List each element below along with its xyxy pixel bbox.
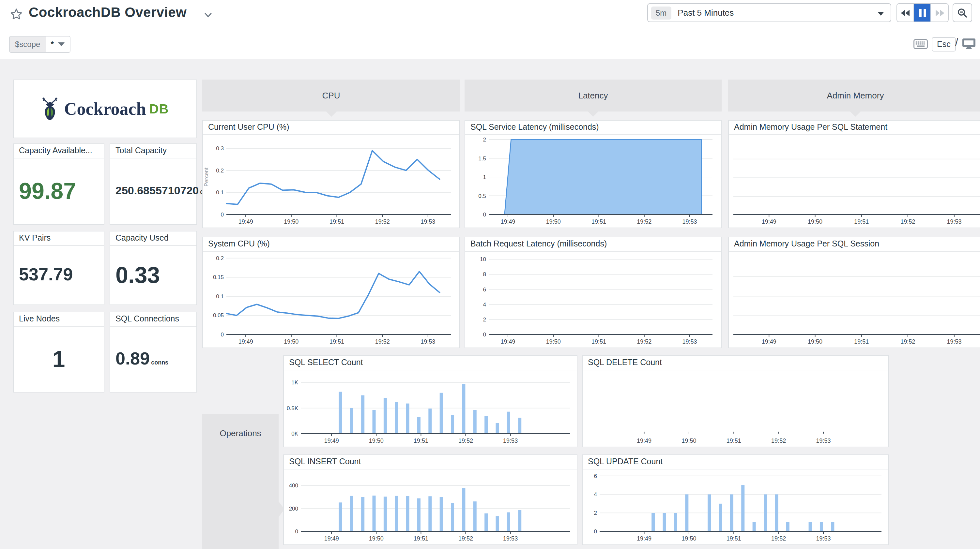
group-notch: [326, 111, 336, 117]
chart-card-admin-memory-session: Admin Memory Usage Per SQL Session 19:49…: [728, 237, 980, 348]
fast-forward-button[interactable]: [931, 4, 948, 22]
svg-text:19:52: 19:52: [458, 438, 473, 444]
svg-text:19:50: 19:50: [284, 219, 299, 225]
stat-title: SQL Connections: [110, 312, 196, 327]
chart-title: Admin Memory Usage Per SQL Statement: [729, 121, 980, 135]
scope-caret-icon: [58, 42, 65, 46]
template-variable-bar: $scope * Esc /: [0, 31, 980, 59]
stat-value: 537.79: [14, 265, 73, 285]
stat-unit: conns: [151, 359, 168, 366]
svg-text:19:50: 19:50: [681, 438, 696, 444]
svg-text:6: 6: [483, 287, 486, 293]
stat-title: Capacity Used: [110, 232, 196, 246]
title-chevron-down-icon[interactable]: [204, 10, 213, 19]
esc-key-button[interactable]: Esc: [932, 37, 956, 51]
chart-card-sql-delete-count: SQL DELETE Count 19:4919:5019:5119:5219:…: [582, 355, 889, 447]
svg-text:0.15: 0.15: [213, 274, 224, 280]
pause-button[interactable]: [914, 4, 931, 22]
tv-mode-icon[interactable]: [962, 38, 976, 49]
svg-text:0: 0: [295, 528, 298, 535]
chart-title: SQL DELETE Count: [583, 356, 888, 370]
chart-card-sql-insert-count: SQL INSERT Count 020040019:4919:5019:511…: [283, 454, 578, 545]
page-title: CockroachDB Overview: [29, 5, 187, 20]
zoom-out-button[interactable]: [953, 3, 972, 22]
group-header-cpu[interactable]: CPU: [202, 79, 460, 111]
chart-card-sql-service-latency: SQL Service Latency (milliseconds) 00.51…: [465, 120, 722, 228]
svg-text:19:52: 19:52: [637, 338, 651, 345]
svg-text:0.1: 0.1: [216, 294, 224, 300]
svg-text:19:50: 19:50: [808, 219, 822, 225]
keyboard-icon[interactable]: [913, 39, 928, 49]
svg-text:19:53: 19:53: [947, 219, 961, 225]
svg-text:0.3: 0.3: [216, 145, 224, 152]
svg-text:0: 0: [221, 212, 224, 218]
svg-text:19:49: 19:49: [324, 438, 339, 444]
svg-text:19:49: 19:49: [762, 338, 776, 345]
admin-memory-session-chart[interactable]: 19:4919:5019:5119:5219:53: [729, 251, 980, 347]
favorite-star-icon[interactable]: [9, 7, 24, 22]
system-cpu-chart[interactable]: 00.050.10.150.219:4919:5019:5119:5219:53: [203, 251, 459, 347]
group-title: CPU: [322, 90, 340, 100]
sql-insert-count-chart[interactable]: 020040019:4919:5019:5119:5219:53: [284, 469, 577, 544]
group-title: Admin Memory: [827, 90, 884, 100]
admin-memory-statement-chart[interactable]: 19:4919:5019:5119:5219:53: [729, 134, 980, 228]
sql-service-latency-chart[interactable]: 00.511.5219:4919:5019:5119:5219:53: [465, 134, 721, 228]
svg-text:19:52: 19:52: [900, 338, 915, 345]
svg-text:1: 1: [483, 174, 486, 180]
svg-text:19:51: 19:51: [592, 219, 606, 225]
svg-text:19:50: 19:50: [369, 438, 383, 444]
svg-text:Percent: Percent: [203, 167, 210, 186]
logo-wordmark: Cockroach: [64, 99, 146, 119]
svg-text:0.1: 0.1: [216, 189, 224, 195]
svg-text:19:52: 19:52: [375, 219, 390, 225]
fast-forward-icon: [935, 9, 945, 17]
svg-text:19:52: 19:52: [637, 219, 651, 225]
svg-text:19:53: 19:53: [816, 438, 830, 444]
chart-title: SQL UPDATE Count: [583, 455, 888, 470]
chart-card-batch-request-latency: Batch Request Latency (milliseconds) 024…: [465, 237, 722, 348]
stat-title: Capacity Available...: [14, 144, 104, 159]
rewind-button[interactable]: [897, 4, 914, 22]
chart-title: Admin Memory Usage Per SQL Session: [729, 237, 980, 252]
svg-text:0.2: 0.2: [216, 168, 224, 174]
sql-update-count-chart[interactable]: 024619:4919:5019:5119:5219:53: [583, 469, 888, 544]
stat-card-live-nodes: Live Nodes 1: [13, 312, 104, 392]
group-header-latency[interactable]: Latency: [465, 79, 722, 111]
rewind-icon: [900, 9, 910, 17]
svg-text:19:50: 19:50: [546, 338, 561, 345]
svg-text:6: 6: [594, 473, 597, 479]
svg-text:19:51: 19:51: [727, 438, 741, 444]
scope-variable-selector[interactable]: $scope *: [9, 36, 71, 53]
stat-title: Live Nodes: [14, 312, 104, 327]
svg-text:19:51: 19:51: [592, 338, 606, 345]
zoom-out-icon: [957, 8, 967, 18]
slash-separator: /: [955, 36, 958, 48]
svg-text:0: 0: [483, 212, 486, 218]
dashboard-canvas: Cockroach DB Capacity Available... 99.87…: [0, 59, 980, 549]
sql-delete-count-chart[interactable]: 19:4919:5019:5119:5219:53: [583, 370, 888, 447]
svg-text:8: 8: [483, 271, 486, 278]
svg-text:0.2: 0.2: [216, 255, 224, 262]
svg-text:19:49: 19:49: [239, 338, 253, 345]
chart-card-current-user-cpu: Current User CPU (%) 00.10.20.319:4919:5…: [202, 120, 460, 228]
scope-variable-value: *: [45, 36, 70, 52]
time-range-picker[interactable]: 5m Past 5 Minutes: [647, 3, 891, 22]
svg-text:19:53: 19:53: [503, 535, 518, 542]
batch-request-latency-chart[interactable]: 024681019:4919:5019:5119:5219:53: [465, 251, 721, 347]
stat-value: 1: [52, 346, 65, 372]
svg-text:0: 0: [221, 332, 224, 338]
stat-card-total-capacity: Total Capacity 250.6855710720GB: [110, 143, 197, 225]
svg-text:19:51: 19:51: [854, 219, 869, 225]
group-header-admin-memory[interactable]: Admin Memory: [728, 79, 980, 111]
time-range-label: Past 5 Minutes: [678, 8, 734, 17]
group-title: Latency: [578, 90, 608, 100]
group-header-operations[interactable]: Operations: [202, 414, 278, 549]
svg-text:1.5: 1.5: [478, 155, 486, 162]
current-user-cpu-chart[interactable]: 00.10.20.319:4919:5019:5119:5219:53Perce…: [203, 134, 459, 228]
group-title: Operations: [202, 428, 278, 438]
svg-text:19:51: 19:51: [727, 535, 741, 542]
svg-text:19:49: 19:49: [637, 535, 651, 542]
sql-select-count-chart[interactable]: 0K0.5K1K19:4919:5019:5119:5219:53: [284, 370, 577, 447]
chart-title: SQL SELECT Count: [284, 356, 577, 370]
svg-text:19:51: 19:51: [329, 338, 344, 345]
